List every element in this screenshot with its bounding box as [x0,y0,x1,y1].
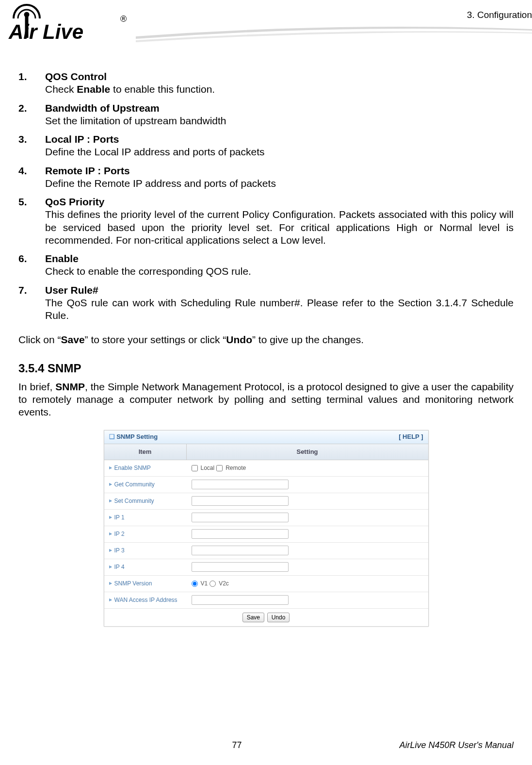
wan-access-input[interactable] [192,595,289,605]
page-footer: 77 AirLive N450R User's Manual [0,740,532,750]
set-community-input[interactable] [192,496,289,506]
row-label-text: Get Community [114,481,155,488]
row-set-community: ▶Set Community [104,493,428,510]
header-swoosh [136,17,532,46]
arrow-icon: ▶ [109,499,112,503]
page-content: QOS Control Check Enable to enable this … [0,70,532,627]
def-enable: Enable Check to enable the corresponding… [18,252,514,278]
def-desc: Check to enable the corresponding QOS ru… [45,265,514,278]
header: Air Live ® 3. Configuration [0,0,532,58]
manual-name: AirLive N450R User's Manual [358,740,514,750]
snmp-setting-panel: ❑ SNMP Setting [ HELP ] Item Setting ▶En… [104,430,429,627]
page-number: 77 [115,740,358,750]
row-label-text: IP 2 [114,531,125,538]
def-qos-control: QOS Control Check Enable to enable this … [18,70,514,96]
svg-text:®: ® [120,14,127,24]
panel-bullet-icon: ❑ [109,433,115,440]
local-label: Local [201,465,215,472]
arrow-icon: ▶ [109,532,112,536]
arrow-icon: ▶ [109,466,112,470]
row-ip1: ▶IP 1 [104,510,428,526]
def-qos-priority: QoS Priority This defines the priority l… [18,196,514,247]
undo-button[interactable]: Undo [267,613,290,622]
arrow-icon: ▶ [109,565,112,569]
row-label-text: WAN Access IP Address [114,597,177,604]
row-label-text: Enable SNMP [114,465,151,472]
remote-label: Remote [226,465,246,472]
row-ip4: ▶IP 4 [104,559,428,576]
section-heading-snmp: 3.5.4 SNMP [18,361,514,376]
svg-text:Air Live: Air Live [8,20,83,43]
v2c-label: V2c [219,580,229,587]
def-title: Bandwidth of Upstream [45,102,160,114]
snmp-title-text: SNMP Setting [116,433,158,440]
save-undo-instruction: Click on “Save” to store your settings o… [18,333,514,346]
row-enable-snmp: ▶Enable SNMP Local Remote [104,460,428,477]
arrow-icon: ▶ [109,548,112,553]
def-desc: Check Enable to enable this function. [45,83,514,96]
arrow-icon: ▶ [109,598,112,602]
ip4-input[interactable] [192,562,289,572]
snmp-intro-paragraph: In brief, SNMP, the Simple Network Manag… [18,381,514,419]
row-label-text: IP 1 [114,514,125,521]
def-title: QOS Control [45,71,107,82]
definition-list: QOS Control Check Enable to enable this … [18,70,514,322]
snmp-button-row: Save Undo [104,609,428,626]
def-desc: Set the limitation of upstream bandwidth [45,115,514,127]
v1-radio[interactable] [192,581,198,587]
snmp-title-left: ❑ SNMP Setting [109,433,158,441]
col-header-setting: Setting [187,444,428,460]
arrow-icon: ▶ [109,581,112,586]
row-label-text: Set Community [114,498,154,505]
def-desc: Define the Local IP address and ports of… [45,146,514,158]
def-title: Enable [45,253,79,264]
ip2-input[interactable] [192,529,289,539]
row-label-text: SNMP Version [114,580,152,587]
remote-checkbox[interactable] [216,465,223,471]
def-title: Local IP : Ports [45,133,119,145]
def-desc: Define the Remote IP address and ports o… [45,177,514,190]
def-user-rule: User Rule# The QoS rule can work with Sc… [18,284,514,322]
col-header-item: Item [104,444,187,460]
row-ip3: ▶IP 3 [104,543,428,559]
def-remote-ip-ports: Remote IP : Ports Define the Remote IP a… [18,165,514,190]
row-ip2: ▶IP 2 [104,526,428,543]
def-desc: This defines the priority level of the c… [45,208,514,247]
get-community-input[interactable] [192,480,289,489]
row-snmp-version: ▶SNMP Version V1 V2c [104,576,428,592]
help-link[interactable]: [ HELP ] [399,433,423,441]
ip3-input[interactable] [192,546,289,555]
row-label-text: IP 4 [114,564,125,571]
snmp-column-header: Item Setting [104,444,428,460]
airlive-logo: Air Live ® [5,0,131,48]
def-local-ip-ports: Local IP : Ports Define the Local IP add… [18,133,514,159]
v1-label: V1 [201,580,208,587]
ip1-input[interactable] [192,513,289,522]
def-title: User Rule# [45,284,98,296]
local-checkbox[interactable] [192,465,198,471]
row-get-community: ▶Get Community [104,477,428,493]
def-bandwidth-upstream: Bandwidth of Upstream Set the limitation… [18,102,514,128]
v2c-radio[interactable] [210,581,216,587]
save-button[interactable]: Save [242,613,264,622]
arrow-icon: ▶ [109,515,112,520]
row-wan-access: ▶WAN Access IP Address [104,592,428,609]
def-title: Remote IP : Ports [45,165,130,176]
arrow-icon: ▶ [109,482,112,487]
snmp-panel-titlebar: ❑ SNMP Setting [ HELP ] [104,431,428,444]
row-label-text: IP 3 [114,547,125,554]
def-title: QoS Priority [45,196,105,207]
def-desc: The QoS rule can work with Scheduling Ru… [45,297,514,322]
